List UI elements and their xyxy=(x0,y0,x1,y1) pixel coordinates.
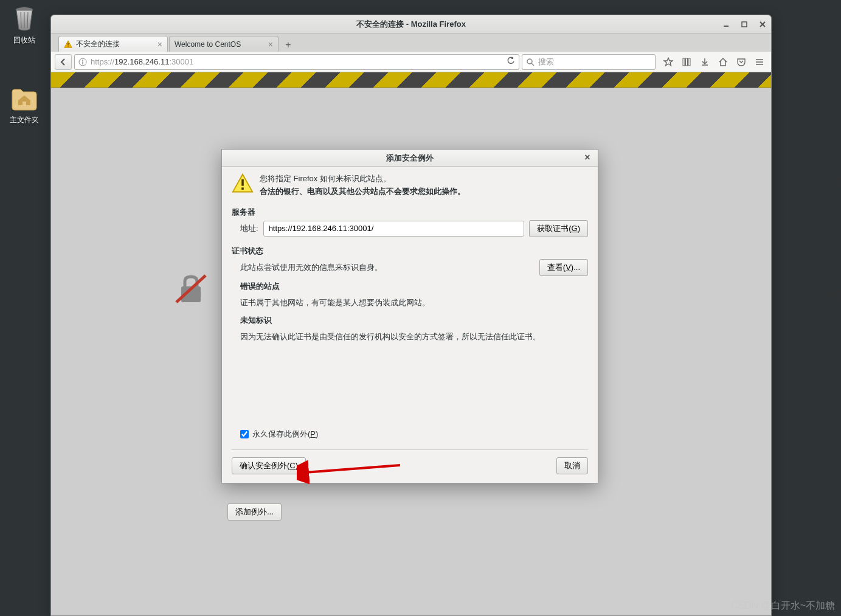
bg-text-peek-1: pt xyxy=(829,174,842,189)
home-folder-desktop-icon[interactable]: 主文件夹 xyxy=(0,80,49,129)
dialog-header-line2: 合法的银行、电商以及其他公共站点不会要求您如此操作。 xyxy=(260,185,465,198)
svg-rect-8 xyxy=(67,43,68,45)
cert-status-section-label: 证书状态 xyxy=(232,246,588,257)
window-titlebar[interactable]: 不安全的连接 - Mozilla Firefox xyxy=(51,15,771,33)
firefox-window: 不安全的连接 - Mozilla Firefox 不安全的连接 × Welcom… xyxy=(50,15,772,616)
dialog-title-text: 添加安全例外 xyxy=(386,153,434,164)
add-exception-button[interactable]: 添加例外... xyxy=(227,504,282,521)
svg-rect-17 xyxy=(688,58,690,66)
new-tab-button[interactable]: + xyxy=(281,38,296,52)
home-button[interactable] xyxy=(715,54,731,70)
server-section-label: 服务器 xyxy=(232,207,588,218)
info-icon xyxy=(78,58,87,66)
unknown-identity-text: 因为无法确认此证书是由受信任的发行机构以安全的方式签署，所以无法信任此证书。 xyxy=(240,331,588,344)
close-tab-icon[interactable]: × xyxy=(157,40,162,49)
tab-label: Welcome to CentOS xyxy=(175,40,241,49)
svg-point-11 xyxy=(82,60,83,61)
search-icon xyxy=(526,58,535,66)
svg-rect-16 xyxy=(686,58,688,66)
bookmarks-list-button[interactable] xyxy=(679,54,694,70)
dialog-close-button[interactable]: × xyxy=(582,152,593,163)
bg-text-peek-2: W] xyxy=(829,288,842,303)
unknown-identity-heading: 未知标识 xyxy=(240,315,588,326)
desktop-icons: 回收站 主文件夹 xyxy=(0,0,49,129)
svg-rect-24 xyxy=(241,187,244,190)
downloads-button[interactable] xyxy=(697,54,713,70)
svg-rect-12 xyxy=(82,61,83,64)
cert-status-text: 此站点尝试使用无效的信息来标识自身。 xyxy=(240,262,539,273)
warning-triangle-icon xyxy=(232,173,254,195)
wrong-site-heading: 错误的站点 xyxy=(240,281,588,292)
svg-rect-5 xyxy=(742,22,747,27)
svg-point-13 xyxy=(527,59,532,64)
url-text: https://192.168.246.11:30001 xyxy=(91,57,503,66)
window-title: 不安全的连接 - Mozilla Firefox xyxy=(356,19,466,30)
pocket-button[interactable] xyxy=(733,54,749,70)
confirm-security-exception-button[interactable]: 确认安全例外(C) xyxy=(232,457,306,474)
home-folder-label: 主文件夹 xyxy=(10,115,39,125)
warning-icon xyxy=(64,40,72,49)
address-label: 地址: xyxy=(240,223,258,234)
search-bar[interactable]: 搜索 xyxy=(522,54,656,70)
reload-button[interactable] xyxy=(507,57,515,67)
back-button[interactable] xyxy=(55,54,72,70)
trash-label: 回收站 xyxy=(13,35,35,46)
maximize-button[interactable] xyxy=(739,19,749,29)
tab-welcome-centos[interactable]: Welcome to CentOS × xyxy=(169,36,279,52)
permanent-store-label: 永久保存此例外(P) xyxy=(252,429,318,440)
view-certificate-button[interactable]: 查看(V)... xyxy=(539,259,588,276)
dialog-titlebar[interactable]: 添加安全例外 × xyxy=(222,150,598,167)
svg-rect-15 xyxy=(683,58,685,66)
content-area: 添加例外... 添加安全例外 × 您将指定 Firefox xyxy=(51,72,771,615)
address-input[interactable] xyxy=(263,221,525,237)
trash-desktop-icon[interactable]: 回收站 xyxy=(0,0,49,49)
tab-bar: 不安全的连接 × Welcome to CentOS × + xyxy=(51,33,771,52)
trash-icon xyxy=(10,4,39,33)
bookmark-star-button[interactable] xyxy=(660,54,676,70)
close-tab-icon[interactable]: × xyxy=(268,40,273,49)
menu-button[interactable] xyxy=(752,54,767,70)
get-certificate-button[interactable]: 获取证书(G) xyxy=(529,220,588,237)
url-bar[interactable]: https://192.168.246.11:30001 xyxy=(74,54,519,70)
dialog-header-line1: 您将指定 Firefox 如何来标识此站点。 xyxy=(260,173,465,185)
svg-rect-9 xyxy=(67,46,68,46)
svg-rect-23 xyxy=(241,179,244,186)
folder-home-icon xyxy=(10,83,39,112)
tab-label: 不安全的连接 xyxy=(76,39,120,49)
cancel-button[interactable]: 取消 xyxy=(556,457,588,474)
permanent-store-checkbox-row[interactable]: 永久保存此例外(P) xyxy=(232,429,588,440)
security-exception-dialog: 添加安全例外 × 您将指定 Firefox 如何来标识此站点。 合法的银行、电商… xyxy=(221,149,598,483)
permanent-store-checkbox[interactable] xyxy=(240,430,249,438)
svg-line-14 xyxy=(531,63,534,66)
tab-insecure-connection[interactable]: 不安全的连接 × xyxy=(58,36,168,52)
wrong-site-text: 证书属于其他网站，有可能是某人想要伪装成此网站。 xyxy=(240,297,588,310)
hazard-strip xyxy=(51,72,771,88)
search-placeholder: 搜索 xyxy=(538,57,554,67)
close-window-button[interactable] xyxy=(758,19,767,29)
watermark-text: CSDN @白开水~不加糖 xyxy=(731,600,835,612)
minimize-button[interactable] xyxy=(721,19,731,29)
broken-lock-icon xyxy=(173,271,209,307)
navigation-toolbar: https://192.168.246.11:30001 搜索 xyxy=(51,52,771,72)
